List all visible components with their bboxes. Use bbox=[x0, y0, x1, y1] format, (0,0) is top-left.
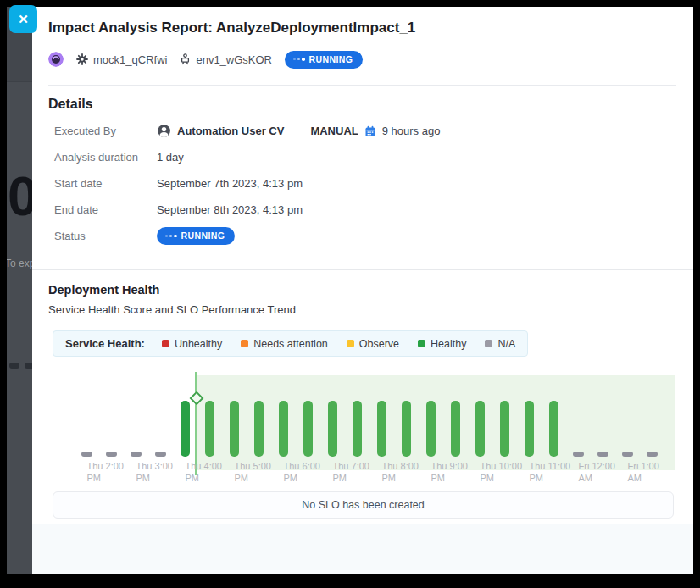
legend-swatch-icon bbox=[485, 340, 492, 347]
chart-slot bbox=[75, 452, 99, 457]
user-icon bbox=[157, 124, 171, 138]
health-bar-healthy[interactable] bbox=[402, 401, 411, 457]
chart-slot bbox=[566, 452, 591, 457]
chart-slot bbox=[296, 401, 320, 457]
legend-item: N/A bbox=[485, 338, 515, 350]
detail-row-executed-by: Executed By Automation User CV MANUAL bbox=[48, 118, 686, 144]
health-bar-healthy[interactable] bbox=[254, 401, 264, 457]
close-icon: ✕ bbox=[18, 12, 29, 27]
service-name: mock1_qCRfwi bbox=[93, 53, 167, 66]
x-axis-tick bbox=[99, 458, 124, 484]
chart-slot bbox=[197, 401, 222, 457]
x-axis-tick bbox=[345, 458, 369, 484]
background-bar-fragment bbox=[9, 363, 19, 369]
x-axis-tick bbox=[591, 458, 615, 484]
calendar-icon bbox=[364, 125, 376, 137]
chart-slot bbox=[271, 401, 296, 457]
x-axis-tick bbox=[394, 458, 419, 484]
close-drawer-button[interactable]: ✕ bbox=[9, 5, 37, 33]
chart-slot bbox=[148, 452, 173, 457]
executed-by-user: Automation User CV bbox=[177, 125, 284, 137]
trigger-type: MANUAL bbox=[310, 125, 358, 137]
health-bar-healthy[interactable] bbox=[377, 401, 386, 457]
chart-slot bbox=[492, 401, 517, 457]
health-bar-na[interactable] bbox=[155, 452, 166, 457]
health-bar-healthy[interactable] bbox=[328, 401, 337, 457]
health-bar-na[interactable] bbox=[622, 452, 633, 457]
health-bar-healthy[interactable] bbox=[205, 401, 214, 457]
detail-row-end-date: End date September 8th 2023, 4:13 pm bbox=[48, 197, 686, 223]
start-date-value: September 7th 2023, 4:13 pm bbox=[157, 177, 303, 190]
background-bar-fragment bbox=[25, 363, 32, 369]
health-bar-healthy[interactable] bbox=[303, 401, 313, 457]
health-bar-healthy[interactable] bbox=[426, 401, 436, 457]
health-bar-healthy[interactable] bbox=[525, 401, 534, 457]
health-bar-na[interactable] bbox=[647, 452, 658, 457]
chart-slot bbox=[517, 401, 542, 457]
health-bar-healthy[interactable] bbox=[353, 401, 362, 457]
no-slo-message: No SLO has been created bbox=[53, 491, 674, 519]
legend-title: Service Health: bbox=[65, 337, 145, 350]
chart-slot bbox=[542, 401, 566, 457]
service-health-legend: Service Health: UnhealthyNeeds attention… bbox=[53, 330, 528, 357]
background-metric-number: 0 bbox=[8, 169, 32, 224]
background-text-fragment: To exp bbox=[7, 258, 32, 269]
chart-slot bbox=[443, 401, 468, 457]
x-axis-tick: Thu 9:00 PM bbox=[419, 458, 443, 484]
health-bar-healthy[interactable] bbox=[230, 401, 239, 457]
legend-item: Healthy bbox=[418, 338, 466, 350]
health-bar-na[interactable] bbox=[81, 452, 92, 457]
health-bar-na[interactable] bbox=[597, 452, 608, 457]
legend-items: UnhealthyNeeds attentionObserveHealthyN/… bbox=[162, 338, 515, 350]
legend-swatch-icon bbox=[241, 340, 248, 347]
legend-item: Unhealthy bbox=[162, 338, 222, 350]
chart-slot bbox=[320, 401, 345, 457]
status-badge: RUNNING bbox=[157, 227, 235, 245]
chart-slot bbox=[222, 401, 247, 457]
chart-slot bbox=[369, 401, 394, 457]
health-bar-healthy[interactable] bbox=[451, 401, 460, 457]
health-bar-healthy[interactable] bbox=[475, 401, 485, 457]
health-bar-healthy[interactable] bbox=[500, 401, 509, 457]
chart-slot bbox=[99, 452, 124, 457]
health-bar-healthy[interactable] bbox=[279, 401, 288, 457]
health-bar-na[interactable] bbox=[131, 452, 142, 457]
service-avatar-icon bbox=[48, 52, 64, 67]
x-axis-tick bbox=[640, 458, 664, 484]
chart-slot bbox=[173, 401, 197, 457]
environment-chip[interactable]: env1_wGsKOR bbox=[180, 53, 272, 66]
x-axis-tick: Thu 8:00 PM bbox=[369, 458, 394, 484]
page-title: Impact Analysis Report: AnalyzeDeploymen… bbox=[48, 19, 686, 37]
legend-label: Observe bbox=[359, 338, 399, 350]
detail-row-duration: Analysis duration 1 day bbox=[48, 144, 686, 170]
section-divider bbox=[32, 269, 693, 270]
header-divider bbox=[48, 85, 676, 86]
running-dots-icon bbox=[293, 58, 305, 61]
health-chart: Thu 2:00 PMThu 3:00 PMThu 4:00 PMThu 5:0… bbox=[53, 369, 686, 484]
x-axis-tick bbox=[443, 458, 468, 484]
chart-slot bbox=[247, 401, 271, 457]
x-axis-tick bbox=[148, 458, 173, 484]
service-chip[interactable]: mock1_qCRfwi bbox=[76, 53, 167, 66]
health-bar-na[interactable] bbox=[573, 452, 584, 457]
deployment-health-heading: Deployment Health bbox=[48, 283, 686, 297]
legend-swatch-icon bbox=[162, 340, 169, 347]
x-axis-tick bbox=[247, 458, 271, 484]
x-axis-tick bbox=[197, 458, 222, 484]
x-axis-tick: Fri 1:00 AM bbox=[615, 458, 640, 484]
health-bar-healthy[interactable] bbox=[549, 401, 558, 457]
chart-slot bbox=[591, 452, 615, 457]
legend-label: Needs attention bbox=[253, 338, 328, 350]
health-bar-na[interactable] bbox=[106, 452, 117, 457]
health-bar-healthy[interactable] bbox=[181, 401, 190, 457]
status-badge: RUNNING bbox=[285, 51, 363, 69]
details-heading: Details bbox=[48, 96, 686, 112]
impact-analysis-drawer: Impact Analysis Report: AnalyzeDeploymen… bbox=[32, 7, 693, 574]
chart-slot bbox=[394, 401, 419, 457]
x-axis-tick: Fri 12:00 AM bbox=[566, 458, 591, 484]
x-axis-tick bbox=[492, 458, 517, 484]
x-axis-tick bbox=[542, 458, 566, 484]
x-axis-tick: Thu 4:00 PM bbox=[173, 458, 197, 484]
environment-icon bbox=[180, 53, 191, 65]
x-axis-tick: Thu 3:00 PM bbox=[124, 458, 148, 484]
